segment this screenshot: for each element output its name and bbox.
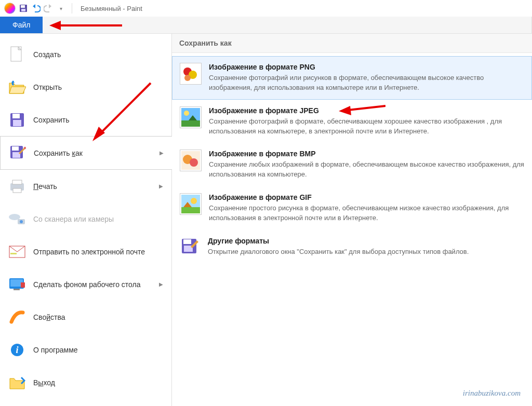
- svg-point-28: [184, 75, 191, 81]
- new-file-icon: [8, 46, 26, 63]
- svg-rect-39: [183, 239, 191, 244]
- format-other-desc: Открытие диалогового окна "Сохранить как…: [208, 247, 524, 257]
- menu-properties[interactable]: Свойства: [0, 301, 171, 333]
- watermark: irinabuzikova.com: [463, 389, 521, 398]
- menu-scanner: Со сканера или камеры: [0, 202, 171, 235]
- submenu-arrow-icon: ▶: [159, 150, 164, 156]
- svg-rect-2: [21, 9, 25, 11]
- menu-save[interactable]: Сохранить: [0, 103, 171, 136]
- qat-save-icon[interactable]: [19, 4, 28, 13]
- ribbon-tab-row: Файл: [0, 17, 532, 34]
- file-tab[interactable]: Файл: [0, 17, 43, 33]
- format-png-title: Изображение в формате PNG: [209, 63, 524, 71]
- menu-new-label: Создать: [33, 50, 61, 59]
- title-bar: ▾ Безымянный - Paint: [0, 0, 532, 17]
- svg-rect-36: [181, 207, 200, 213]
- desktop-icon: [8, 276, 26, 293]
- svg-rect-6: [13, 120, 21, 126]
- save-icon: [8, 111, 26, 129]
- format-gif-desc: Сохранение простого рисунка в формате, о…: [209, 204, 524, 223]
- svg-point-37: [191, 198, 197, 204]
- menu-exit[interactable]: Выход: [0, 366, 171, 399]
- menu-open[interactable]: Открыть: [0, 71, 171, 103]
- menu-print[interactable]: Печать ▶: [0, 170, 171, 202]
- qat-undo-icon[interactable]: [31, 4, 41, 13]
- menu-new[interactable]: Создать: [0, 38, 171, 71]
- paint-app-icon: [4, 3, 16, 14]
- svg-rect-12: [12, 180, 22, 184]
- format-jpeg[interactable]: Изображение в формате JPEG Сохранение фо…: [172, 100, 532, 143]
- about-icon: i: [8, 341, 26, 359]
- menu-save-label: Сохранить: [33, 116, 70, 124]
- saveas-panel: Сохранить как Изображение в формате PNG …: [172, 34, 532, 406]
- format-jpeg-desc: Сохранение фотографий в формате, обеспеч…: [209, 117, 524, 137]
- format-bmp-title: Изображение в формате BMP: [209, 150, 524, 158]
- menu-about-label: О программе: [33, 346, 78, 354]
- submenu-arrow-icon: ▶: [159, 183, 163, 189]
- submenu-arrow-icon: ▶: [159, 281, 163, 287]
- svg-rect-5: [12, 114, 20, 118]
- menu-email[interactable]: Отправить по электронной почте: [0, 235, 171, 268]
- svg-text:i: i: [16, 345, 18, 355]
- file-menu-sidebar: Создать Открыть Сохранить Сохранить как …: [0, 34, 172, 406]
- menu-desktop-label: Сделать фоном рабочего стола: [33, 280, 141, 289]
- menu-properties-label: Свойства: [33, 313, 65, 321]
- menu-open-label: Открыть: [33, 83, 62, 91]
- format-gif[interactable]: Изображение в формате GIF Сохранение про…: [172, 186, 532, 230]
- format-bmp-desc: Сохранение любых изображений в формате, …: [209, 160, 524, 180]
- svg-point-16: [20, 220, 23, 223]
- menu-desktop[interactable]: Сделать фоном рабочего стола ▶: [0, 268, 171, 301]
- ribbon-spacer: [43, 17, 532, 33]
- panel-header: Сохранить как: [172, 34, 532, 53]
- qat-redo-icon[interactable]: [44, 4, 53, 13]
- menu-email-label: Отправить по электронной почте: [33, 248, 145, 256]
- format-jpeg-title: Изображение в формате JPEG: [209, 106, 524, 115]
- png-thumb-icon: [180, 63, 202, 85]
- printer-icon: [8, 178, 26, 195]
- svg-rect-21: [14, 289, 20, 290]
- open-folder-icon: [8, 78, 26, 96]
- format-png[interactable]: Изображение в формате PNG Сохранение фот…: [172, 56, 532, 100]
- svg-rect-22: [21, 282, 25, 288]
- menu-print-label: Печать: [33, 182, 57, 191]
- gif-thumb-icon: [180, 193, 202, 215]
- format-other[interactable]: Другие форматы Открытие диалогового окна…: [172, 230, 532, 264]
- window-title: Безымянный - Paint: [81, 5, 142, 12]
- email-icon: [8, 243, 26, 261]
- svg-point-34: [190, 158, 198, 167]
- menu-saveas-label: Сохранить как: [34, 149, 83, 157]
- format-png-desc: Сохранение фотографий или рисунков в фор…: [209, 73, 524, 93]
- backstage-view: Создать Открыть Сохранить Сохранить как …: [0, 34, 532, 406]
- menu-about[interactable]: i О программе: [0, 333, 171, 366]
- scanner-icon: [8, 210, 26, 228]
- svg-rect-1: [21, 5, 25, 8]
- svg-rect-13: [13, 188, 21, 193]
- svg-point-31: [184, 111, 189, 116]
- format-other-title: Другие форматы: [208, 237, 524, 245]
- bmp-thumb-icon: [180, 150, 202, 171]
- other-thumb-icon: [180, 237, 201, 258]
- jpeg-thumb-icon: [180, 106, 202, 128]
- exit-icon: [8, 374, 26, 391]
- saveas-icon: [9, 144, 26, 162]
- separator: [72, 3, 72, 13]
- svg-rect-18: [10, 253, 17, 254]
- qat-customize-dropdown[interactable]: ▾: [56, 4, 65, 13]
- format-bmp[interactable]: Изображение в формате BMP Сохранение люб…: [172, 143, 532, 186]
- svg-rect-8: [12, 146, 19, 151]
- properties-icon: [8, 308, 26, 326]
- svg-rect-30: [181, 120, 200, 127]
- menu-exit-label: Выход: [33, 378, 55, 387]
- menu-saveas[interactable]: Сохранить как ▶: [0, 136, 172, 170]
- format-list: Изображение в формате PNG Сохранение фот…: [172, 53, 532, 406]
- format-gif-title: Изображение в формате GIF: [209, 193, 524, 201]
- menu-scanner-label: Со сканера или камеры: [33, 215, 114, 223]
- file-tab-label: Файл: [12, 21, 30, 29]
